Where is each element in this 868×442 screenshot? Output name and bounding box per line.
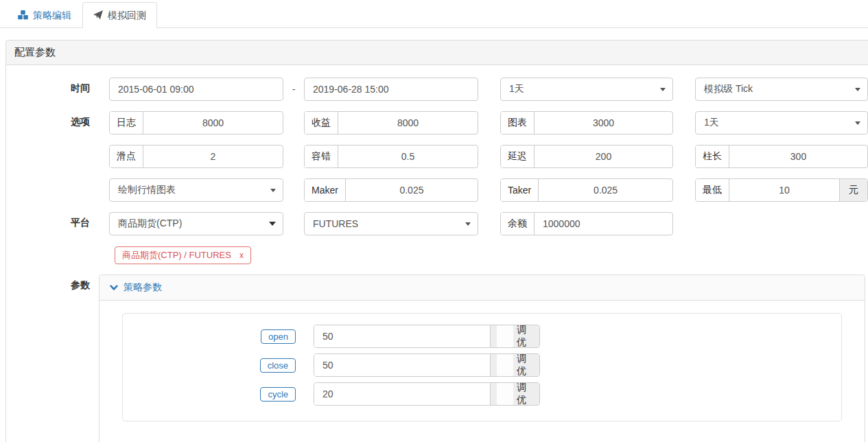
options-period-select[interactable]: 1天 bbox=[695, 111, 868, 135]
profit-count-addon: 收益 bbox=[305, 112, 338, 134]
param-cycle-input[interactable] bbox=[314, 383, 490, 405]
options-period-select-value: 1天 bbox=[704, 117, 719, 129]
param-name-badge[interactable]: cycle bbox=[260, 387, 296, 402]
min-fee-unit: 元 bbox=[839, 179, 867, 201]
tick-mode-select[interactable]: 模拟级 Tick bbox=[695, 78, 868, 101]
param-row-close: close 调优 bbox=[123, 353, 841, 377]
tab-bar: 策略编辑 模拟回测 bbox=[0, 0, 868, 28]
strategy-params-box: open 调优 c bbox=[122, 313, 842, 421]
start-time-input[interactable] bbox=[110, 78, 283, 100]
slippage-addon: 滑点 bbox=[110, 146, 143, 167]
optimize-label: 调优 bbox=[517, 382, 533, 406]
param-close-optimize[interactable]: 调优 bbox=[490, 354, 539, 376]
maker-fee-addon: Maker bbox=[305, 179, 346, 201]
time-row-label: 时间 bbox=[6, 78, 90, 95]
bar-length-input[interactable] bbox=[729, 146, 867, 167]
chart-count-input[interactable] bbox=[535, 112, 672, 134]
min-fee-group: 最低 元 bbox=[695, 178, 868, 202]
tab-backtest-label: 模拟回测 bbox=[108, 9, 146, 21]
market-select[interactable]: FUTURES bbox=[304, 212, 478, 235]
delay-addon: 延迟 bbox=[501, 146, 535, 167]
chart-count-addon: 图表 bbox=[501, 112, 535, 134]
min-fee-addon: 最低 bbox=[696, 179, 729, 201]
options-row-label: 选项 bbox=[6, 111, 90, 128]
paper-plane-icon bbox=[93, 10, 103, 20]
date-range-separator: - bbox=[283, 84, 304, 95]
balance-input[interactable] bbox=[535, 213, 672, 235]
period-select[interactable]: 1天 bbox=[500, 78, 673, 101]
fees-row: 绘制行情图表 Maker Taker 最低 元 bbox=[6, 178, 868, 202]
config-panel: 配置参数 时间 - 1天 模拟级 Tick bbox=[5, 40, 868, 442]
param-cycle-optimize[interactable]: 调优 bbox=[490, 383, 539, 405]
min-fee-input[interactable] bbox=[729, 179, 839, 201]
profit-count-input[interactable] bbox=[338, 112, 478, 134]
platform-select[interactable]: 商品期货(CTP) bbox=[109, 212, 283, 235]
platform-tag: 商品期货(CTP) / FUTURES x bbox=[115, 246, 251, 264]
balance-addon: 余额 bbox=[501, 213, 535, 235]
param-row-cycle: cycle 调优 bbox=[123, 382, 841, 406]
tab-strategy-edit[interactable]: 策略编辑 bbox=[7, 2, 82, 28]
delay-input[interactable] bbox=[535, 146, 672, 167]
optimize-checkbox[interactable] bbox=[497, 383, 513, 405]
strategy-params-panel: 策略参数 open 调优 bbox=[99, 275, 865, 442]
param-open-group: 调优 bbox=[314, 325, 540, 348]
slippage-input[interactable] bbox=[143, 146, 283, 167]
bar-length-group: 柱长 bbox=[695, 145, 868, 168]
caret-down-icon bbox=[465, 222, 471, 226]
platform-tag-row: 商品期货(CTP) / FUTURES x bbox=[115, 246, 868, 264]
balance-group: 余额 bbox=[500, 212, 673, 235]
param-open-input[interactable] bbox=[314, 325, 490, 347]
taker-fee-input[interactable] bbox=[539, 179, 672, 201]
taker-fee-addon: Taker bbox=[501, 179, 539, 201]
log-count-input[interactable] bbox=[143, 112, 283, 134]
log-count-addon: 日志 bbox=[110, 112, 143, 134]
taker-fee-group: Taker bbox=[500, 178, 673, 202]
platform-row-label: 平台 bbox=[6, 212, 90, 229]
param-row-open: open 调优 bbox=[123, 325, 841, 348]
config-panel-body: 时间 - 1天 模拟级 Tick 选项 bbox=[6, 65, 868, 442]
market-select-value: FUTURES bbox=[313, 218, 358, 229]
draw-chart-select[interactable]: 绘制行情图表 bbox=[109, 178, 283, 202]
optimize-checkbox[interactable] bbox=[497, 325, 513, 347]
chart-count-group: 图表 bbox=[500, 111, 673, 135]
log-count-group: 日志 bbox=[109, 111, 283, 135]
time-row: 时间 - 1天 模拟级 Tick bbox=[6, 78, 868, 101]
tab-backtest[interactable]: 模拟回测 bbox=[82, 2, 157, 28]
caret-down-icon bbox=[660, 88, 666, 91]
param-name-badge[interactable]: open bbox=[261, 329, 296, 344]
fault-tolerance-addon: 容错 bbox=[305, 146, 338, 167]
param-close-input[interactable] bbox=[314, 354, 490, 376]
caret-down-icon bbox=[855, 88, 860, 91]
options-row: 选项 日志 收益 图表 1天 bbox=[6, 111, 868, 135]
end-time-input[interactable] bbox=[305, 78, 478, 100]
bar-length-addon: 柱长 bbox=[696, 146, 729, 167]
params-row-label: 参数 bbox=[6, 275, 90, 292]
param-name-badge[interactable]: close bbox=[260, 358, 296, 373]
maker-fee-input[interactable] bbox=[346, 179, 478, 201]
platform-tag-label: 商品期货(CTP) / FUTURES bbox=[122, 249, 231, 261]
profit-count-group: 收益 bbox=[304, 111, 478, 135]
optimize-checkbox[interactable] bbox=[497, 354, 513, 376]
chevron-down-icon bbox=[110, 282, 118, 293]
strategy-params-header[interactable]: 策略参数 bbox=[99, 275, 865, 301]
tick-mode-select-value: 模拟级 Tick bbox=[704, 83, 753, 95]
param-cycle-group: 调优 bbox=[314, 382, 540, 406]
tag-close-icon[interactable]: x bbox=[239, 251, 244, 259]
strategy-params-body: open 调优 c bbox=[99, 301, 865, 442]
tab-strategy-edit-label: 策略编辑 bbox=[33, 9, 71, 21]
caret-down-icon bbox=[270, 189, 276, 192]
draw-chart-select-value: 绘制行情图表 bbox=[118, 184, 176, 196]
param-close-group: 调优 bbox=[314, 353, 540, 377]
optimize-label: 调优 bbox=[517, 325, 533, 348]
param-open-optimize[interactable]: 调优 bbox=[490, 325, 539, 347]
advanced-row: 滑点 容错 延迟 柱长 bbox=[6, 145, 868, 168]
optimize-label: 调优 bbox=[517, 353, 533, 377]
caret-down-icon bbox=[855, 121, 860, 125]
end-time-box bbox=[304, 78, 478, 101]
cubes-icon bbox=[18, 10, 28, 20]
period-select-value: 1天 bbox=[509, 83, 524, 95]
platform-select-value: 商品期货(CTP) bbox=[118, 218, 182, 230]
slippage-group: 滑点 bbox=[109, 145, 283, 168]
fault-tolerance-input[interactable] bbox=[338, 146, 478, 167]
params-row: 参数 策略参数 open bbox=[6, 275, 868, 442]
